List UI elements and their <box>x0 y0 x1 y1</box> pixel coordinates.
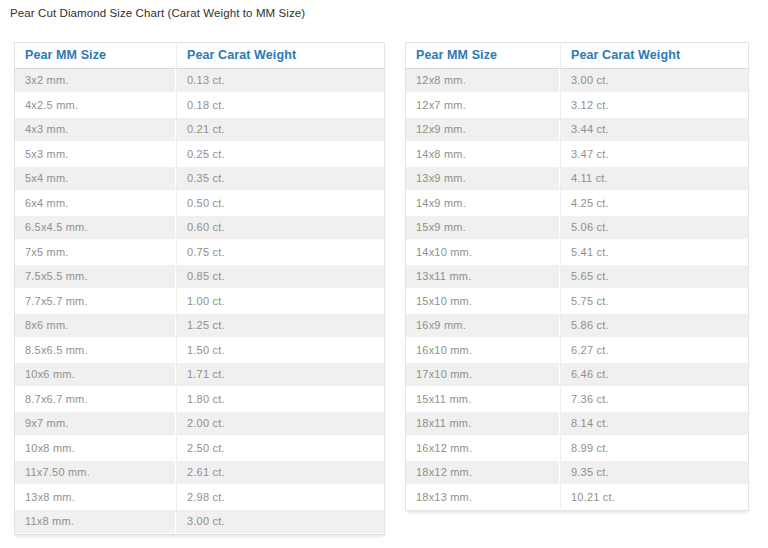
mm-size-cell: 11x8 mm. <box>15 510 176 535</box>
table-row: 3x2 mm.0.13 ct. <box>15 69 384 94</box>
carat-weight-cell: 4.25 ct. <box>560 191 748 216</box>
carat-weight-cell: 10.21 ct. <box>560 485 748 510</box>
mm-size-cell: 10x6 mm. <box>15 363 176 388</box>
table-row: 7.7x5.7 mm.1.00 ct. <box>15 289 384 314</box>
column-header-mm-size: Pear MM Size <box>15 43 176 69</box>
carat-weight-cell: 6.27 ct. <box>560 338 748 363</box>
carat-weight-cell: 2.50 ct. <box>176 436 384 461</box>
mm-size-cell: 16x9 mm. <box>406 314 560 339</box>
table-row: 5x3 mm.0.25 ct. <box>15 142 384 167</box>
carat-weight-cell: 5.75 ct. <box>560 289 748 314</box>
table-row: 15x11 mm.7.36 ct. <box>406 387 748 412</box>
column-header-mm-size: Pear MM Size <box>406 43 560 69</box>
table-header-row: Pear MM Size Pear Carat Weight <box>406 43 748 69</box>
carat-weight-cell: 0.85 ct. <box>176 265 384 290</box>
carat-weight-cell: 0.13 ct. <box>176 69 384 94</box>
carat-weight-cell: 5.65 ct. <box>560 265 748 290</box>
mm-size-cell: 4x2.5 mm. <box>15 93 176 118</box>
table-row: 10x6 mm.1.71 ct. <box>15 363 384 388</box>
table-row: 7.5x5.5 mm.0.85 ct. <box>15 265 384 290</box>
table-row: 17x10 mm.6.46 ct. <box>406 363 748 388</box>
table-row: 8.7x6.7 mm.1.80 ct. <box>15 387 384 412</box>
mm-size-cell: 18x11 mm. <box>406 412 560 437</box>
mm-size-cell: 13x8 mm. <box>15 485 176 510</box>
table-row: 14x8 mm.3.47 ct. <box>406 142 748 167</box>
carat-weight-cell: 3.00 ct. <box>176 510 384 535</box>
carat-weight-cell: 2.00 ct. <box>176 412 384 437</box>
carat-weight-cell: 2.98 ct. <box>176 485 384 510</box>
mm-size-cell: 7.5x5.5 mm. <box>15 265 176 290</box>
mm-size-cell: 13x11 mm. <box>406 265 560 290</box>
table-row: 18x13 mm.10.21 ct. <box>406 485 748 510</box>
mm-size-cell: 15x11 mm. <box>406 387 560 412</box>
mm-size-cell: 15x9 mm. <box>406 216 560 241</box>
carat-weight-cell: 9.35 ct. <box>560 461 748 486</box>
carat-weight-cell: 0.60 ct. <box>176 216 384 241</box>
table-row: 12x7 mm.3.12 ct. <box>406 93 748 118</box>
carat-weight-cell: 1.80 ct. <box>176 387 384 412</box>
table-row: 6x4 mm.0.50 ct. <box>15 191 384 216</box>
carat-weight-cell: 5.86 ct. <box>560 314 748 339</box>
carat-weight-cell: 3.44 ct. <box>560 118 748 143</box>
mm-size-cell: 5x3 mm. <box>15 142 176 167</box>
table-body: 12x8 mm.3.00 ct.12x7 mm.3.12 ct.12x9 mm.… <box>406 69 748 510</box>
carat-weight-cell: 8.99 ct. <box>560 436 748 461</box>
mm-size-cell: 4x3 mm. <box>15 118 176 143</box>
page: Pear Cut Diamond Size Chart (Carat Weigh… <box>0 0 768 548</box>
table-row: 14x10 mm.5.41 ct. <box>406 240 748 265</box>
carat-weight-cell: 0.21 ct. <box>176 118 384 143</box>
mm-size-cell: 12x8 mm. <box>406 69 560 94</box>
column-header-carat-weight: Pear Carat Weight <box>560 43 748 69</box>
table-row: 10x8 mm.2.50 ct. <box>15 436 384 461</box>
size-chart-tables: Pear MM Size Pear Carat Weight 3x2 mm.0.… <box>14 42 749 535</box>
carat-weight-cell: 1.50 ct. <box>176 338 384 363</box>
mm-size-cell: 7.7x5.7 mm. <box>15 289 176 314</box>
mm-size-cell: 6.5x4.5 mm. <box>15 216 176 241</box>
table-row: 4x2.5 mm.0.18 ct. <box>15 93 384 118</box>
carat-weight-cell: 1.25 ct. <box>176 314 384 339</box>
mm-size-cell: 5x4 mm. <box>15 167 176 192</box>
pear-size-table-left: Pear MM Size Pear Carat Weight 3x2 mm.0.… <box>14 42 385 535</box>
table-row: 16x9 mm.5.86 ct. <box>406 314 748 339</box>
carat-weight-cell: 2.61 ct. <box>176 461 384 486</box>
carat-weight-cell: 0.25 ct. <box>176 142 384 167</box>
mm-size-cell: 7x5 mm. <box>15 240 176 265</box>
carat-weight-cell: 8.14 ct. <box>560 412 748 437</box>
table-body: 3x2 mm.0.13 ct.4x2.5 mm.0.18 ct.4x3 mm.0… <box>15 69 384 535</box>
table-row: 16x12 mm.8.99 ct. <box>406 436 748 461</box>
carat-weight-cell: 1.00 ct. <box>176 289 384 314</box>
carat-weight-cell: 5.06 ct. <box>560 216 748 241</box>
carat-weight-cell: 3.12 ct. <box>560 93 748 118</box>
mm-size-cell: 10x8 mm. <box>15 436 176 461</box>
carat-weight-cell: 3.00 ct. <box>560 69 748 94</box>
table-row: 8x6 mm.1.25 ct. <box>15 314 384 339</box>
mm-size-cell: 18x13 mm. <box>406 485 560 510</box>
table-row: 12x9 mm.3.44 ct. <box>406 118 748 143</box>
table-row: 6.5x4.5 mm.0.60 ct. <box>15 216 384 241</box>
mm-size-cell: 12x9 mm. <box>406 118 560 143</box>
table-row: 13x8 mm.2.98 ct. <box>15 485 384 510</box>
table-row: 16x10 mm.6.27 ct. <box>406 338 748 363</box>
table-row: 7x5 mm.0.75 ct. <box>15 240 384 265</box>
mm-size-cell: 3x2 mm. <box>15 69 176 94</box>
mm-size-cell: 16x12 mm. <box>406 436 560 461</box>
table-row: 11x7.50 mm.2.61 ct. <box>15 461 384 486</box>
table-row: 14x9 mm.4.25 ct. <box>406 191 748 216</box>
table-row: 13x11 mm.5.65 ct. <box>406 265 748 290</box>
table-row: 15x9 mm.5.06 ct. <box>406 216 748 241</box>
table-row: 4x3 mm.0.21 ct. <box>15 118 384 143</box>
carat-weight-cell: 0.18 ct. <box>176 93 384 118</box>
carat-weight-cell: 3.47 ct. <box>560 142 748 167</box>
page-title: Pear Cut Diamond Size Chart (Carat Weigh… <box>10 7 305 19</box>
table-row: 5x4 mm.0.35 ct. <box>15 167 384 192</box>
mm-size-cell: 8.7x6.7 mm. <box>15 387 176 412</box>
carat-weight-cell: 0.50 ct. <box>176 191 384 216</box>
mm-size-cell: 11x7.50 mm. <box>15 461 176 486</box>
carat-weight-cell: 7.36 ct. <box>560 387 748 412</box>
table-row: 13x9 mm.4.11 ct. <box>406 167 748 192</box>
table-row: 18x12 mm.9.35 ct. <box>406 461 748 486</box>
table-row: 9x7 mm.2.00 ct. <box>15 412 384 437</box>
table-row: 18x11 mm.8.14 ct. <box>406 412 748 437</box>
mm-size-cell: 6x4 mm. <box>15 191 176 216</box>
table-row: 11x8 mm.3.00 ct. <box>15 510 384 535</box>
